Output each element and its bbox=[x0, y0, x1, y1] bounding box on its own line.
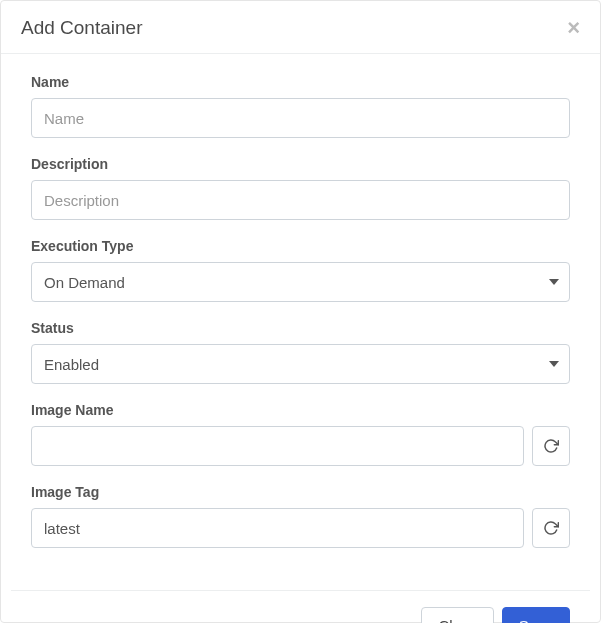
image-tag-label: Image Tag bbox=[31, 484, 570, 500]
refresh-icon bbox=[543, 438, 559, 454]
form-group-status: Status Enabled bbox=[31, 320, 570, 384]
image-name-input[interactable] bbox=[31, 426, 524, 466]
close-button[interactable]: Close bbox=[421, 607, 493, 623]
modal-body: Name Description Execution Type On Deman… bbox=[1, 54, 600, 590]
modal-title: Add Container bbox=[21, 17, 142, 39]
image-tag-input-group bbox=[31, 508, 570, 548]
form-group-execution-type: Execution Type On Demand bbox=[31, 238, 570, 302]
refresh-icon bbox=[543, 520, 559, 536]
execution-type-select[interactable]: On Demand bbox=[31, 262, 570, 302]
description-label: Description bbox=[31, 156, 570, 172]
name-label: Name bbox=[31, 74, 570, 90]
save-button[interactable]: Save bbox=[502, 607, 570, 623]
image-name-label: Image Name bbox=[31, 402, 570, 418]
form-group-image-tag: Image Tag bbox=[31, 484, 570, 548]
image-tag-input[interactable] bbox=[31, 508, 524, 548]
description-input[interactable] bbox=[31, 180, 570, 220]
close-icon[interactable]: × bbox=[567, 17, 580, 39]
status-label: Status bbox=[31, 320, 570, 336]
modal-header: Add Container × bbox=[1, 1, 600, 54]
image-tag-refresh-button[interactable] bbox=[532, 508, 570, 548]
add-container-modal: Add Container × Name Description Executi… bbox=[0, 0, 601, 623]
form-group-name: Name bbox=[31, 74, 570, 138]
execution-type-label: Execution Type bbox=[31, 238, 570, 254]
image-name-refresh-button[interactable] bbox=[532, 426, 570, 466]
image-name-input-group bbox=[31, 426, 570, 466]
modal-footer: Close Save bbox=[11, 590, 590, 623]
status-select[interactable]: Enabled bbox=[31, 344, 570, 384]
name-input[interactable] bbox=[31, 98, 570, 138]
form-group-description: Description bbox=[31, 156, 570, 220]
form-group-image-name: Image Name bbox=[31, 402, 570, 466]
